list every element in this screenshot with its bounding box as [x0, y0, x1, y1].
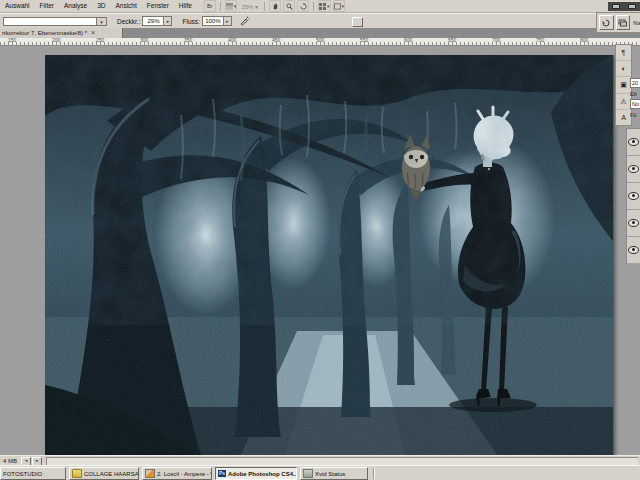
- history-icon: [602, 19, 610, 27]
- menu-3d[interactable]: 3D: [92, 0, 110, 12]
- layers-icon: [618, 19, 627, 27]
- eye-icon: [628, 246, 639, 254]
- panel-dock-buttons: Na: [596, 12, 640, 33]
- text-tool-button[interactable]: A: [616, 110, 631, 125]
- eye-icon: [628, 165, 639, 173]
- menu-analyse[interactable]: Analyse: [59, 0, 92, 12]
- layers-panel-button[interactable]: [616, 15, 631, 30]
- layer-visibility-toggle[interactable]: [627, 237, 640, 264]
- zoom-field-partial[interactable]: 20: [630, 78, 640, 88]
- layer-visibility-toggle[interactable]: [627, 210, 640, 237]
- menu-ansicht[interactable]: Ansicht: [110, 0, 141, 12]
- menu-bar: Auswahl Filter Analyse 3D Ansicht Fenste…: [0, 0, 640, 13]
- flow-label: Fluss:: [182, 18, 199, 25]
- eye-icon: [628, 138, 639, 146]
- taskbar-item-xvid-status[interactable]: Xvid Status: [300, 467, 368, 480]
- rotate-icon: [300, 3, 307, 10]
- eye-icon: [628, 219, 639, 227]
- expand-panels-button[interactable]: [628, 4, 636, 9]
- divider: [264, 2, 265, 11]
- brush-preset-picker[interactable]: ▾: [3, 17, 107, 26]
- toggle-panel-button[interactable]: [352, 17, 363, 27]
- taskbar-item-label: FOTOSTUDIO: [3, 471, 42, 477]
- magnifier-icon: [286, 3, 293, 10]
- rotate-view-button[interactable]: [297, 0, 309, 12]
- close-icon[interactable]: ×: [91, 28, 95, 38]
- taskbar-item-winamp[interactable]: 2. Loscil - Ampere - Wina...: [142, 467, 212, 480]
- chevron-down-icon[interactable]: ▾: [97, 17, 107, 26]
- menu-fenster[interactable]: Fenster: [142, 0, 174, 12]
- horizontal-ruler: 1502002503003504004505005506006507007508…: [0, 38, 640, 46]
- document-image[interactable]: [45, 55, 614, 455]
- photoshop-icon: Ps: [218, 470, 226, 477]
- taskbar-item-photoshop[interactable]: Ps Adobe Photoshop CS4...: [215, 467, 297, 480]
- flow-input[interactable]: 100%: [202, 16, 224, 26]
- airbrush-toggle-icon[interactable]: [240, 16, 250, 26]
- layer-visibility-column: [626, 128, 640, 264]
- document-size-text: 4 MB: [0, 458, 20, 464]
- panel-dock-header: [608, 2, 640, 11]
- fill-label-partial: Fü: [630, 111, 640, 119]
- dodge-tool-button[interactable]: ◐: [616, 61, 631, 77]
- menu-filter[interactable]: Filter: [35, 0, 59, 12]
- document-tab-title: rtkorrektur 7, Ebenenmaske/8) *: [2, 30, 87, 36]
- taskbar-divider: [373, 468, 375, 479]
- windows-taskbar: FOTOSTUDIO COLLAGE HAARSALON 2. Loscil -…: [0, 465, 640, 480]
- opacity-label: Deckkr.:: [117, 18, 140, 25]
- layer-visibility-toggle[interactable]: [627, 156, 640, 183]
- layers-panel-partial: 20 Eb No Fü: [630, 78, 640, 120]
- menu-auswahl[interactable]: Auswahl: [0, 0, 35, 12]
- xvid-icon: [303, 469, 313, 478]
- document-tab-bar: rtkorrektur 7, Ebenenmaske/8) * ×: [0, 28, 640, 38]
- type-tool-button[interactable]: ¶: [616, 45, 631, 61]
- folder-icon: [72, 469, 82, 478]
- layer-visibility-toggle[interactable]: [627, 183, 640, 210]
- application-bar: Br ▾ 25% ▾ ▾ ▾: [203, 0, 346, 12]
- layout-icon: [226, 3, 233, 10]
- opacity-slider-button[interactable]: ▸: [164, 16, 172, 26]
- horizontal-scrollbar[interactable]: [46, 457, 638, 465]
- layer-visibility-toggle[interactable]: [627, 129, 640, 156]
- flow-slider-button[interactable]: ▸: [224, 16, 232, 26]
- canvas-area[interactable]: [0, 46, 640, 455]
- arrange-documents-button[interactable]: ▾: [318, 0, 331, 12]
- arrange-grid-icon: [319, 3, 326, 10]
- screen-mode-icon: [334, 3, 341, 10]
- zoom-level-box[interactable]: 25% ▾: [238, 3, 261, 10]
- hand-tool-button[interactable]: [269, 0, 281, 12]
- taskbar-item-label: COLLAGE HAARSALON: [84, 471, 139, 477]
- document-tab[interactable]: rtkorrektur 7, Ebenenmaske/8) * ×: [0, 28, 123, 38]
- eye-icon: [628, 192, 639, 200]
- divider: [313, 2, 314, 11]
- screen-mode-button[interactable]: ▾: [333, 0, 346, 12]
- history-panel-button[interactable]: [599, 15, 614, 30]
- tool-options-bar: ▾ Deckkr.: 29% ▸ Fluss: 100% ▸: [0, 13, 640, 29]
- taskbar-item-collage-haarsalon[interactable]: COLLAGE HAARSALON: [69, 467, 139, 480]
- navigator-panel-title-partial: Na: [633, 20, 640, 26]
- mask-tool-button[interactable]: ▣: [616, 77, 631, 93]
- taskbar-item-label: 2. Loscil - Ampere - Wina...: [157, 471, 212, 477]
- brush-preset-field: [3, 17, 97, 26]
- ruler-ticks: [0, 42, 640, 45]
- hand-icon: [272, 3, 279, 10]
- layers-tab-partial[interactable]: Eb: [630, 90, 640, 98]
- opacity-input[interactable]: 29%: [142, 16, 164, 26]
- menu-hilfe[interactable]: Hilfe: [174, 0, 197, 12]
- collapse-panels-button[interactable]: [612, 4, 620, 9]
- zoom-tool-button[interactable]: [283, 0, 295, 12]
- blend-mode-dropdown-partial[interactable]: No: [630, 99, 640, 109]
- winamp-icon: [145, 469, 155, 478]
- taskbar-item-label: Adobe Photoshop CS4...: [228, 471, 297, 477]
- guides-layout-button[interactable]: ▾: [225, 0, 238, 12]
- taskbar-item-label: Xvid Status: [315, 471, 345, 477]
- taskbar-item-fotostudio[interactable]: FOTOSTUDIO: [0, 467, 66, 480]
- pen-tool-button[interactable]: ◬: [616, 94, 631, 110]
- photoshop-window: Auswahl Filter Analyse 3D Ansicht Fenste…: [0, 0, 640, 480]
- bridge-button[interactable]: Br: [204, 0, 216, 12]
- divider: [220, 2, 221, 11]
